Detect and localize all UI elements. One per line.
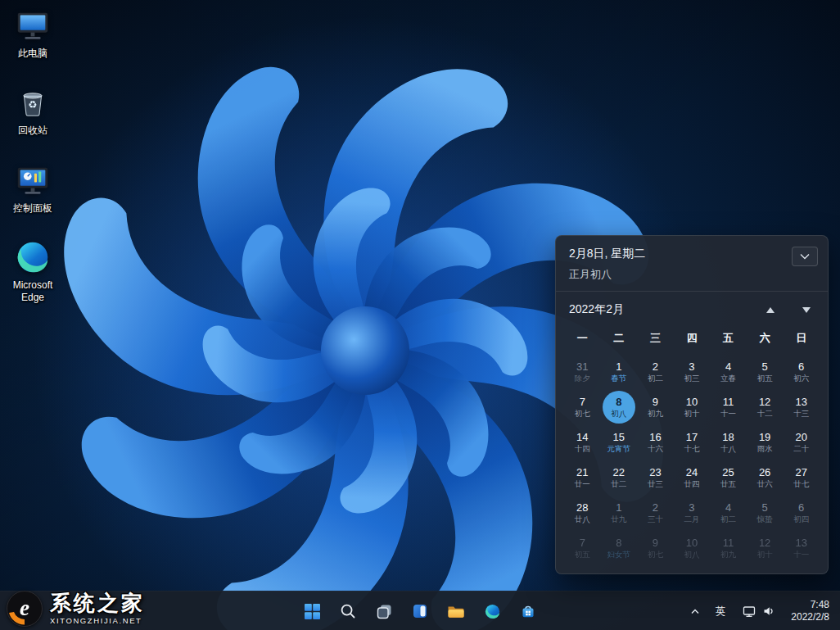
calendar-day[interactable]: 1廿九 (601, 495, 638, 530)
calendar-day[interactable]: 27廿七 (783, 460, 820, 495)
edge-icon (484, 603, 501, 620)
calendar-day[interactable]: 4立春 (710, 354, 747, 389)
calendar-day[interactable]: 21廿一 (564, 460, 601, 495)
calendar-day[interactable]: 10初八 (674, 530, 711, 565)
calendar-day[interactable]: 13十一 (783, 530, 820, 565)
control-panel-icon (14, 161, 52, 199)
calendar-day[interactable]: 24廿四 (674, 460, 711, 495)
caret-up-icon (766, 307, 775, 313)
watermark-title: 系统之家 (50, 592, 145, 614)
watermark: e 系统之家 XITONGZHIJIA.NET (5, 589, 145, 628)
file-explorer-button[interactable] (440, 595, 472, 628)
calendar-day[interactable]: 9初九 (637, 389, 674, 424)
search-button[interactable] (332, 595, 364, 628)
desktop-icon-this-pc[interactable]: 此电脑 (2, 7, 64, 59)
calendar-day[interactable]: 12十二 (747, 389, 784, 424)
calendar-day[interactable]: 22廿二 (601, 460, 638, 495)
calendar-day[interactable]: 3初三 (674, 354, 711, 389)
task-view-icon (376, 603, 393, 620)
calendar-day[interactable]: 25廿五 (710, 460, 747, 495)
weekday-label: 四 (674, 324, 711, 354)
clock-button[interactable]: 7:48 2022/2/8 (784, 595, 837, 628)
weekday-label: 日 (783, 324, 820, 354)
calendar-day[interactable]: 6初六 (783, 354, 820, 389)
calendar-day[interactable]: 8初八 (601, 389, 638, 424)
system-tray: 英 7:48 2022/2/8 (684, 595, 837, 628)
calendar-day[interactable]: 15元宵节 (601, 424, 638, 460)
calendar-day[interactable]: 23廿三 (637, 460, 674, 495)
widgets-button[interactable] (404, 595, 436, 628)
calendar-day[interactable]: 28廿八 (564, 495, 601, 530)
tray-date: 2022/2/8 (791, 611, 829, 623)
task-view-button[interactable] (368, 595, 400, 628)
calendar-day[interactable]: 26廿六 (747, 460, 784, 495)
calendar-day[interactable]: 14十四 (564, 424, 601, 460)
calendar-day[interactable]: 12初十 (747, 530, 784, 565)
desktop-icon-label: 回收站 (18, 125, 47, 136)
weekday-label: 五 (710, 324, 747, 354)
desktop-icon-label: 控制面板 (13, 202, 52, 214)
calendar-day[interactable]: 2初二 (637, 354, 674, 389)
desktop-icon-label: 此电脑 (18, 48, 47, 59)
ime-indicator[interactable]: 英 (708, 595, 733, 628)
calendar-day[interactable]: 11十一 (710, 389, 747, 424)
calendar-day[interactable]: 5惊蛰 (747, 495, 784, 530)
calendar-collapse-button[interactable] (792, 247, 818, 266)
calendar-weekdays: 一二三四五六日 (556, 324, 828, 354)
calendar-flyout: 2月8日, 星期二 正月初八 2022年2月 一二三四五六日 31除夕1春节2初… (555, 235, 829, 574)
this-pc-icon (14, 7, 52, 44)
svg-text:e: e (20, 596, 29, 620)
desktop-icon-recycle-bin[interactable]: ♻ 回收站 (2, 84, 64, 136)
windows-logo-icon (305, 604, 320, 619)
calendar-day[interactable]: 18十八 (710, 424, 747, 460)
start-button[interactable] (296, 595, 328, 628)
calendar-lunar-label: 正月初八 (569, 267, 645, 282)
calendar-day[interactable]: 1春节 (601, 354, 638, 389)
calendar-prev-month-button[interactable] (764, 303, 777, 316)
taskbar-center-icons (296, 595, 544, 628)
calendar-day[interactable]: 6初四 (783, 495, 820, 530)
network-volume-button[interactable] (734, 595, 782, 628)
calendar-day[interactable]: 8妇女节 (601, 530, 638, 565)
calendar-month-nav: 2022年2月 (556, 292, 828, 324)
calendar-day[interactable]: 19雨水 (747, 424, 784, 460)
edge-button[interactable] (476, 595, 508, 628)
weekday-label: 二 (601, 324, 638, 354)
weekday-label: 一 (564, 324, 601, 354)
calendar-day[interactable]: 2三十 (637, 495, 674, 530)
tray-overflow-button[interactable] (684, 595, 707, 628)
desktop-icon-control-panel[interactable]: 控制面板 (2, 161, 64, 214)
svg-text:♻: ♻ (28, 100, 37, 111)
search-icon (340, 603, 356, 619)
calendar-day[interactable]: 13十三 (783, 389, 820, 424)
calendar-header: 2月8日, 星期二 正月初八 (556, 236, 828, 292)
calendar-day[interactable]: 9初七 (637, 530, 674, 565)
volume-icon (763, 605, 775, 617)
calendar-day[interactable]: 20二十 (783, 424, 820, 460)
calendar-day[interactable]: 16十六 (637, 424, 674, 460)
network-icon (743, 605, 756, 618)
calendar-day[interactable]: 3二月 (674, 495, 711, 530)
calendar-day[interactable]: 7初七 (564, 389, 601, 424)
desktop-icon-edge[interactable]: Microsoft Edge (2, 238, 64, 303)
calendar-day[interactable]: 4初二 (710, 495, 747, 530)
desktop-icon-list: 此电脑 ♻ 回收站 (2, 7, 64, 303)
calendar-day[interactable]: 11初九 (710, 530, 747, 565)
desktop-icon-label: Microsoft Edge (2, 279, 64, 303)
calendar-next-month-button[interactable] (800, 303, 813, 316)
edge-icon (14, 238, 52, 276)
calendar-day[interactable]: 31除夕 (564, 354, 601, 389)
calendar-day[interactable]: 7初五 (564, 530, 601, 565)
watermark-subtitle: XITONGZHIJIA.NET (50, 616, 145, 625)
calendar-day[interactable]: 10初十 (674, 389, 711, 424)
tray-time: 7:48 (811, 599, 829, 611)
weekday-label: 六 (747, 324, 784, 354)
store-button[interactable] (512, 595, 544, 628)
weekday-label: 三 (637, 324, 674, 354)
folder-icon (447, 604, 465, 619)
chevron-down-icon (800, 253, 810, 260)
calendar-day[interactable]: 17十七 (674, 424, 711, 460)
calendar-month-label: 2022年2月 (569, 302, 624, 317)
recycle-bin-icon: ♻ (14, 84, 52, 121)
calendar-day[interactable]: 5初五 (747, 354, 784, 389)
